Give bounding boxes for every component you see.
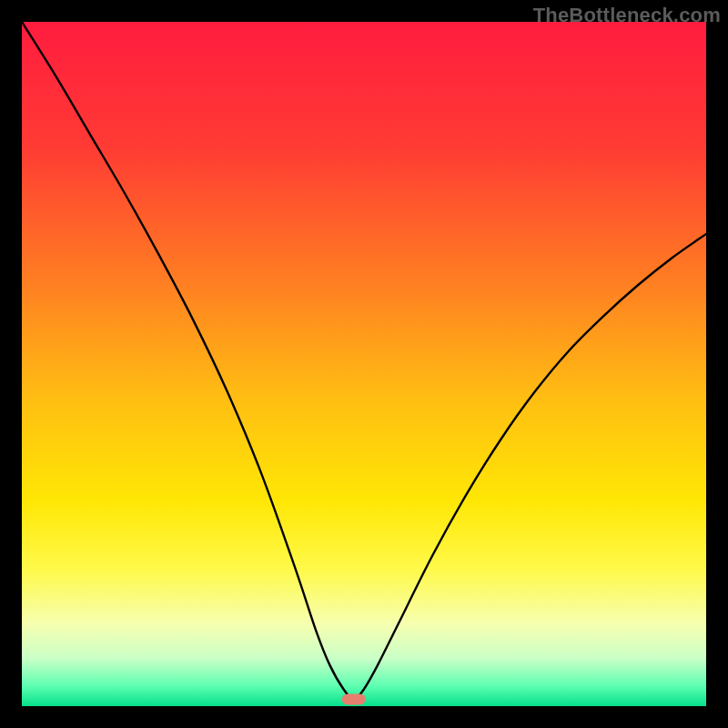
bottleneck-chart	[22, 22, 706, 706]
gradient-background	[22, 22, 706, 706]
plot-area	[22, 22, 706, 706]
bottleneck-marker	[342, 693, 366, 704]
chart-stage: TheBottleneck.com	[0, 0, 728, 728]
